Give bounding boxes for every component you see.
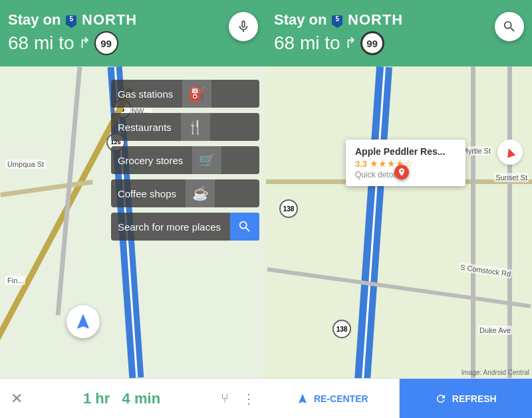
right-badge-138-bottom: 138 <box>332 320 351 338</box>
close-icon[interactable]: ✕ <box>11 390 23 407</box>
nav-prefix-left: Stay on <box>8 11 61 29</box>
attribution: Image: Android Central <box>462 369 529 376</box>
nav-prefix-right: Stay on <box>274 11 327 29</box>
left-panel: Stay on 5 NORTH 68 mi to ↱ 99 <box>0 0 266 418</box>
coffee-shops-card[interactable]: Coffee shops ☕ <box>111 179 259 207</box>
right-route-badge: 99 <box>360 31 384 55</box>
street-label-sunset: Sunset St <box>494 173 529 182</box>
left-map: 5 Umpqua St Fin... NW... 125 Gas station… <box>0 66 266 378</box>
refresh-button[interactable]: REFRESH <box>400 379 533 418</box>
compass-arrow-icon: ▲ <box>500 142 519 163</box>
nav-direction-right: NORTH <box>348 11 403 29</box>
street-label-fin: Fin... <box>5 276 25 285</box>
restaurant-icon: 🍴 <box>181 113 210 141</box>
right-nav-instruction: Stay on 5 NORTH <box>274 11 524 29</box>
more-options-icon[interactable]: ⋮ <box>242 391 255 407</box>
left-nav-distance: 68 mi to ↱ 99 <box>8 31 258 55</box>
right-highway-shield: 5 <box>332 15 342 25</box>
right-badge-138-top: 138 <box>279 199 298 218</box>
right-nav-bar: Stay on 5 NORTH 68 mi to ↱ 99 <box>266 0 532 66</box>
turn-arrow-left: ↱ <box>78 35 90 52</box>
nav-arrow <box>66 305 100 338</box>
bottom-icons: ⑂ ⋮ <box>221 391 255 407</box>
search-more-card[interactable]: Search for more places <box>111 213 259 241</box>
street-label-umpqua: Umpqua St <box>5 159 46 169</box>
left-route-badge: 99 <box>94 31 118 55</box>
street-label-duke: Duke Ave <box>478 326 512 335</box>
right-map[interactable]: Myrtle St S Comstock Rd Duke Ave Sunset … <box>266 66 532 378</box>
route-options-icon[interactable]: ⑂ <box>221 391 229 406</box>
gas-stations-card[interactable]: Gas stations ⛽ <box>111 80 259 108</box>
left-nav-instruction: Stay on 5 NORTH <box>8 11 258 29</box>
info-card-title: Apple Peddler Res... <box>355 146 456 157</box>
left-highway-shield: 5 <box>66 15 76 25</box>
search-icon-card <box>230 213 259 241</box>
recenter-button[interactable]: RE-CENTER <box>266 379 400 418</box>
street-label-comstock: S Comstock Rd <box>458 262 513 278</box>
location-marker <box>394 165 409 179</box>
turn-arrow-right: ↱ <box>344 35 356 52</box>
right-panel: Stay on 5 NORTH 68 mi to ↱ 99 <box>266 0 532 418</box>
gas-station-icon: ⛽ <box>182 80 211 108</box>
grocery-stores-card[interactable]: Grocery stores 🛒 <box>111 146 259 174</box>
left-bottom-bar: ✕ 1 hr 4 min ⑂ ⋮ <box>0 378 266 418</box>
grocery-icon: 🛒 <box>192 146 221 174</box>
coffee-icon: ☕ <box>186 179 215 207</box>
right-bottom-bar: RE-CENTER REFRESH <box>266 378 532 418</box>
search-button[interactable] <box>495 12 524 41</box>
left-nav-bar: Stay on 5 NORTH 68 mi to ↱ 99 <box>0 0 266 66</box>
right-nav-distance: 68 mi to ↱ 99 <box>274 31 524 55</box>
restaurants-card[interactable]: Restaurants 🍴 <box>111 113 259 141</box>
action-cards: Gas stations ⛽ Restaurants 🍴 Grocery sto… <box>111 80 259 241</box>
mic-button[interactable] <box>229 12 258 41</box>
compass-button[interactable]: ▲ <box>497 140 523 165</box>
eta-display: 1 hr 4 min <box>83 390 160 407</box>
nav-direction-left: NORTH <box>82 11 137 29</box>
